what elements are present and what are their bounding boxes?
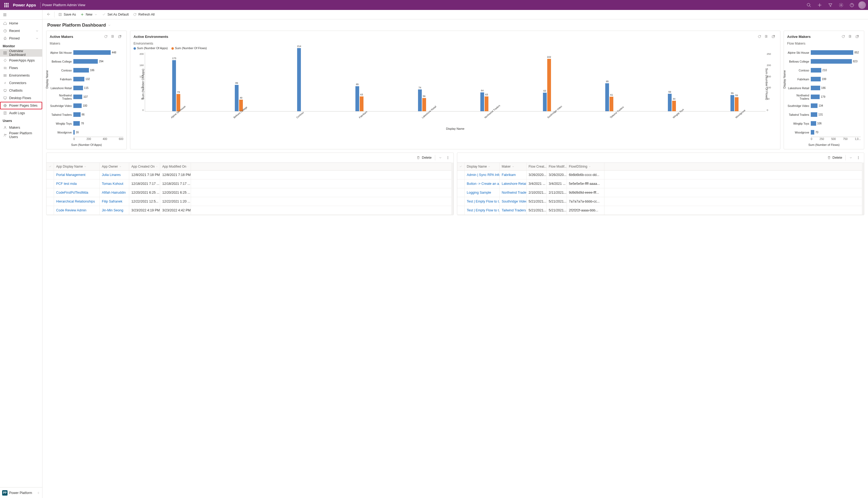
chevron-down-icon: [94, 13, 98, 16]
nav-overview-dashboard[interactable]: Overview Dashboard: [0, 49, 42, 57]
link[interactable]: Fabrikam: [502, 173, 516, 177]
refresh-all-button[interactable]: Refresh All: [131, 12, 156, 17]
nav-powerapps-apps[interactable]: PowerApps Apps: [0, 57, 42, 64]
new-button[interactable]: New: [79, 12, 100, 17]
column-header[interactable]: Maker: [500, 163, 527, 170]
user-avatar[interactable]: [858, 1, 866, 9]
nav-pinned[interactable]: Pinned: [0, 35, 42, 42]
nav-connectors[interactable]: Connectors: [0, 79, 42, 87]
link[interactable]: CodeFirstPcfTestMda: [56, 191, 88, 195]
column-header[interactable]: App Created On: [129, 163, 160, 170]
link[interactable]: Logging Sample: [467, 191, 491, 195]
view-records-icon[interactable]: [109, 33, 116, 40]
add-icon[interactable]: [814, 0, 825, 10]
delete-button[interactable]: Delete: [826, 155, 844, 161]
link[interactable]: Admin | Sync RPA Info...: [467, 173, 500, 177]
environment-picker[interactable]: PP Power Platform: [0, 487, 42, 498]
nav-makers[interactable]: Makers: [0, 124, 42, 131]
table-row[interactable]: Test | Empty Flow to t...Tailwind Trader…: [457, 206, 862, 215]
bar-label: Contoso: [787, 69, 811, 72]
link[interactable]: Jin-Min Seong: [102, 208, 123, 212]
link[interactable]: Portal Management: [56, 173, 86, 177]
table-row[interactable]: CodeFirstPcfTestMdaAfifah Hairuddin12/20…: [47, 188, 451, 197]
set-default-button[interactable]: Set As Default: [101, 12, 130, 17]
nav-environments[interactable]: Environments: [0, 72, 42, 79]
view-records-icon[interactable]: [847, 33, 854, 40]
sidebar-toggle[interactable]: [0, 10, 42, 19]
delete-button[interactable]: Delete: [415, 155, 433, 161]
refresh-icon[interactable]: [102, 33, 109, 40]
column-header[interactable]: Flow Creat...: [527, 163, 547, 170]
view-records-icon[interactable]: [763, 33, 770, 40]
link[interactable]: Northwind Traders: [502, 191, 527, 195]
section-users: Users: [0, 117, 42, 124]
app-launcher-button[interactable]: [2, 1, 11, 9]
help-icon[interactable]: [846, 0, 857, 10]
bar-label: Wingtip Toys: [787, 122, 811, 125]
popout-icon[interactable]: [770, 33, 777, 40]
nav-home[interactable]: Home: [0, 19, 42, 27]
table-row[interactable]: Hierarchical RelationshipsFilip Safranek…: [47, 197, 451, 206]
nav-power-pages-sites[interactable]: Power Pages Sites: [0, 102, 42, 109]
nav-recent[interactable]: Recent: [0, 27, 42, 35]
chart-makers-flows: Display Name Alpine Ski House 852Bellows…: [784, 47, 864, 149]
chevron-down-icon[interactable]: [437, 155, 444, 161]
link[interactable]: Southridge Video: [502, 199, 527, 203]
bar-apps: 173: [172, 60, 176, 111]
link[interactable]: Button -> Create an a...: [467, 182, 500, 186]
scrollbar[interactable]: [451, 162, 453, 215]
settings-icon[interactable]: [836, 0, 846, 10]
select-all-checkbox[interactable]: [457, 163, 465, 170]
table-row[interactable]: Logging SampleNorthwind Traders2/10/2021…: [457, 188, 862, 197]
nav-desktop-flows[interactable]: Desktop Flows: [0, 94, 42, 102]
refresh-icon[interactable]: [840, 33, 847, 40]
bar-label: Alpine Ski House: [50, 51, 73, 54]
bar-label: Northwind Traders: [787, 94, 811, 100]
table-row[interactable]: Button -> Create an a...Lakeshore Retail…: [457, 180, 862, 188]
svg-point-22: [448, 156, 448, 157]
link[interactable]: PCF test mda: [56, 182, 77, 186]
table-row[interactable]: Portal ManagementJulia Linares12/8/2021 …: [47, 171, 451, 180]
link[interactable]: Lakeshore Retail: [502, 182, 527, 186]
link[interactable]: Test | Empty Flow to t...: [467, 208, 500, 212]
back-button[interactable]: [45, 12, 52, 17]
more-icon[interactable]: [444, 155, 451, 161]
table-row[interactable]: Test | Empty Flow to t...Southridge Vide…: [457, 197, 862, 206]
link[interactable]: Hierarchical Relationships: [56, 199, 95, 203]
filter-icon[interactable]: [825, 0, 836, 10]
table-row[interactable]: Admin | Sync RPA Info...Fabrikam3/26/202…: [457, 171, 862, 180]
column-header[interactable]: FlowIDString: [567, 163, 604, 170]
refresh-icon[interactable]: [756, 33, 763, 40]
popout-icon[interactable]: [854, 33, 861, 40]
table-row[interactable]: Code Review AdminJin-Min Seong3/23/2022 …: [47, 206, 451, 215]
nav-audit-logs[interactable]: Audit Logs: [0, 109, 42, 117]
nav-chatbots[interactable]: Chatbots: [0, 87, 42, 94]
link[interactable]: Test | Empty Flow to t...: [467, 199, 500, 203]
link[interactable]: Julia Linares: [102, 173, 121, 177]
column-header[interactable]: Flow Modif...: [547, 163, 567, 170]
column-header[interactable]: App Owner: [100, 163, 129, 170]
column-header[interactable]: App Modified On: [160, 163, 191, 170]
nav-power-platform-users[interactable]: Power Platform Users: [0, 131, 42, 139]
link[interactable]: Tomas Kohout: [102, 182, 123, 186]
save-as-button[interactable]: Save As: [57, 12, 78, 17]
popout-icon[interactable]: [116, 33, 123, 40]
column-header[interactable]: App Display Name: [54, 163, 100, 170]
link[interactable]: Filip Safranek: [102, 199, 122, 203]
chart-legend: Sum (Number Of Apps) Sum (Number Of Flow…: [130, 47, 780, 51]
bar-label: Southridge Video: [50, 104, 73, 107]
chevron-down-icon[interactable]: [847, 155, 854, 161]
bar-label: Wingtip Toys: [50, 122, 73, 125]
scrollbar[interactable]: [862, 162, 864, 215]
link[interactable]: Tailwind Traders: [502, 208, 526, 212]
link[interactable]: Afifah Hairuddin: [102, 191, 126, 195]
select-all-checkbox[interactable]: [47, 163, 54, 170]
sidebar: Home Recent Pinned Monitor Overview Dash…: [0, 10, 42, 498]
table-row[interactable]: PCF test mdaTomas Kohout12/18/2021 7:17 …: [47, 180, 451, 188]
nav-flows[interactable]: Flows: [0, 64, 42, 72]
page-title[interactable]: Power Platform Dashboard: [47, 23, 111, 28]
link[interactable]: Code Review Admin: [56, 208, 87, 212]
search-icon[interactable]: [803, 0, 814, 10]
more-icon[interactable]: [855, 155, 862, 161]
column-header[interactable]: Display Name: [465, 163, 500, 170]
